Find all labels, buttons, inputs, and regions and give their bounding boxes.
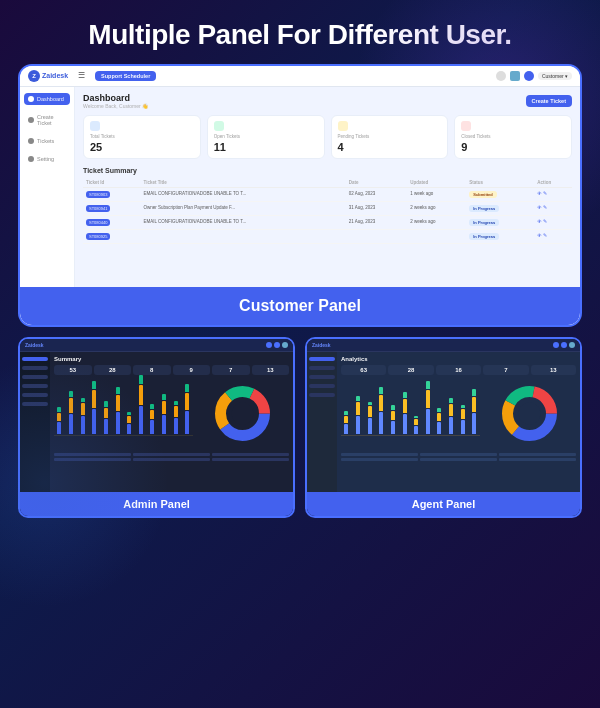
table-row: ST080440 EMAIL CONFIGURATION/ADOBE UNABL…: [83, 215, 572, 229]
ticket-action-1[interactable]: 👁 ✎: [534, 187, 572, 201]
bottom-panels: Zaidesk Summary 53: [18, 337, 582, 518]
stat-icon-total: [90, 121, 100, 131]
bar-column: [54, 407, 65, 434]
agent-logo: Zaidesk: [312, 342, 331, 348]
th-action: Action: [534, 178, 572, 188]
ticket-id-3: ST080440: [83, 215, 141, 229]
admin-sidebar: [20, 352, 50, 492]
bar-column: [376, 387, 387, 434]
bar-segment: [162, 394, 166, 400]
agent-stat-val-2: 28: [390, 367, 431, 373]
stat-card-closed: Closed Tickets 9: [454, 115, 572, 159]
sidebar-item-dashboard[interactable]: Dashboard: [24, 93, 70, 105]
admin-stat-6: 13: [252, 365, 290, 375]
table-header-row: Ticket Id Ticket Title Date Updated Stat…: [83, 178, 572, 188]
ticket-id-2: ST080941: [83, 201, 141, 215]
bar-segment: [356, 402, 360, 415]
bar-segment: [139, 406, 143, 434]
th-updated: Updated: [407, 178, 466, 188]
agent-main: Analytics 63 28 16 7 13: [337, 352, 580, 492]
agent-bar-group: [341, 379, 480, 434]
agent-sidebar: [307, 352, 337, 492]
bar-column: [457, 405, 468, 434]
ticket-date-1: 02 Aug, 2023: [346, 187, 407, 201]
bar-segment: [414, 426, 418, 434]
stats-row: Total Tickets 25 Open Tickets 11 Pending…: [83, 115, 572, 159]
bar-column: [469, 389, 480, 434]
admin-stat-1: 53: [54, 365, 92, 375]
bar-segment: [368, 402, 372, 405]
agent-stat-val-4: 7: [485, 367, 526, 373]
agent-icon-1: [553, 342, 559, 348]
bar-segment: [461, 420, 465, 434]
bar-segment: [116, 387, 120, 394]
bar-segment: [403, 414, 407, 434]
ticket-badge-3: ST080440: [86, 219, 110, 226]
bar-segment: [150, 404, 154, 409]
bar-segment: [139, 385, 143, 405]
admin-page-title: Summary: [54, 356, 289, 362]
sidebar-item-create-ticket[interactable]: Create Ticket: [24, 111, 70, 129]
bar-column: [112, 387, 123, 434]
agent-panel-label: Agent Panel: [307, 492, 580, 516]
stat-card-total: Total Tickets 25: [83, 115, 201, 159]
agent-page-title: Analytics: [341, 356, 576, 362]
bar-segment: [185, 384, 189, 392]
agent-sidebar-item-3: [309, 375, 335, 379]
bar-segment: [150, 420, 154, 434]
sidebar-label-setting: Setting: [37, 156, 54, 162]
page-subtitle: Welcome Back, Customer 👋: [83, 103, 148, 109]
sidebar-dot-3: [28, 138, 34, 144]
bar-segment: [127, 424, 131, 434]
sidebar-item-setting[interactable]: Setting: [24, 153, 70, 165]
admin-table-section: [54, 453, 289, 461]
admin-bar-group: [54, 379, 193, 434]
nav-button[interactable]: Support Scheduler: [95, 71, 156, 81]
bar-segment: [116, 395, 120, 411]
agent-dashboard-layout: Analytics 63 28 16 7 13: [307, 352, 580, 492]
bar-segment: [368, 418, 372, 434]
bar-column: [77, 398, 88, 434]
create-ticket-button[interactable]: Create Ticket: [526, 95, 572, 107]
bar-column: [388, 405, 399, 434]
ticket-action-2[interactable]: 👁 ✎: [534, 201, 572, 215]
bar-segment: [449, 417, 453, 434]
th-status: Status: [466, 178, 534, 188]
bar-column: [170, 401, 181, 434]
ticket-action-3[interactable]: 👁 ✎: [534, 215, 572, 229]
ticket-action-4[interactable]: 👁 ✎: [534, 229, 572, 243]
bar-segment: [127, 412, 131, 415]
admin-stat-val-2: 28: [96, 367, 130, 373]
bar-column: [101, 401, 112, 434]
sidebar-dot-4: [28, 156, 34, 162]
browser-logo: Z Zaidesk: [28, 70, 68, 82]
agent-stats-row: 63 28 16 7 13: [341, 365, 576, 375]
bar-segment: [92, 409, 96, 434]
agent-browser-bar: Zaidesk: [307, 339, 580, 352]
sidebar-label-create: Create Ticket: [37, 114, 66, 126]
bar-segment: [426, 409, 430, 434]
dashboard-layout: Dashboard Create Ticket Tickets Setting …: [20, 87, 580, 287]
agent-bar-chart: [341, 379, 480, 449]
th-id: Ticket Id: [83, 178, 141, 188]
bar-segment: [69, 398, 73, 413]
status-badge-4: In Progress: [469, 233, 499, 240]
agent-table-row-2: [341, 458, 576, 461]
agent-table-section: [341, 453, 576, 461]
bar-column: [446, 398, 457, 434]
status-badge-3: In Progress: [469, 219, 499, 226]
sidebar-item-tickets[interactable]: Tickets: [24, 135, 70, 147]
agent-charts: [341, 379, 576, 449]
admin-cell-1: [54, 453, 131, 456]
status-badge-2: In Progress: [469, 205, 499, 212]
admin-browser-bar: Zaidesk: [20, 339, 293, 352]
agent-avatar: [569, 342, 575, 348]
hamburger-icon: ☰: [78, 71, 85, 80]
agent-stat-val-3: 16: [438, 367, 479, 373]
bar-segment: [426, 381, 430, 389]
agent-browser-controls: [553, 342, 575, 348]
agent-stat-val-1: 63: [343, 367, 384, 373]
page-title-row: Dashboard Welcome Back, Customer 👋 Creat…: [83, 93, 572, 109]
bar-segment: [472, 389, 476, 396]
bar-segment: [92, 390, 96, 408]
